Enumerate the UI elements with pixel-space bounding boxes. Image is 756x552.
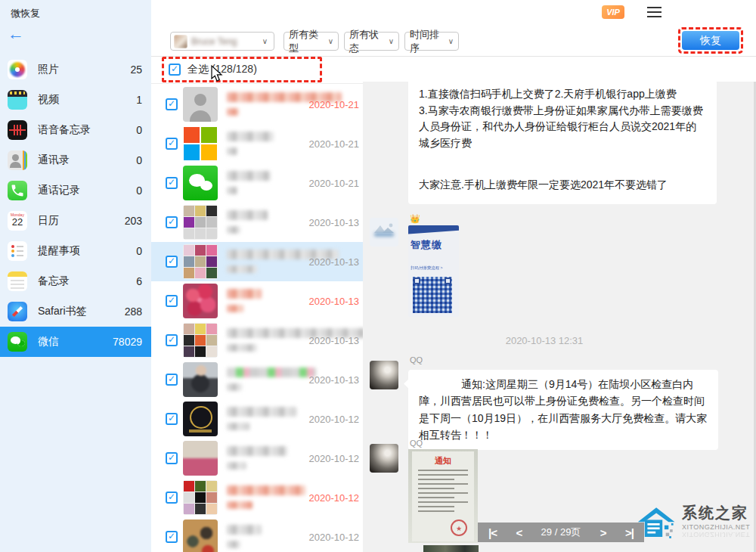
recover-highlight-box: 恢复 bbox=[678, 27, 743, 54]
row-checkbox[interactable] bbox=[166, 256, 178, 268]
conversation-row[interactable]: 2020-10-13 bbox=[151, 242, 363, 281]
message-text: 大家注意.手机上缴费年限一定要选2021年不要选错了 bbox=[419, 177, 706, 194]
row-title-redacted bbox=[227, 171, 271, 181]
conversation-row[interactable]: 2020-10-21 bbox=[151, 124, 363, 163]
sidebar-item-videos[interactable]: 视频 1 bbox=[0, 85, 151, 115]
select-all-highlight-box: 全选 (128/128) bbox=[162, 57, 322, 82]
message-text: 1.直接微信扫码手机上交费了2.天府手机银行app上缴费 bbox=[419, 86, 706, 103]
sender-avatar-placeholder bbox=[370, 218, 398, 247]
avatar bbox=[183, 166, 218, 200]
row-date: 2020-10-12 bbox=[309, 453, 360, 464]
prev-page-button[interactable]: < bbox=[516, 527, 522, 538]
row-date: 2020-10-13 bbox=[309, 335, 360, 346]
filter-status-label: 所有状态 bbox=[349, 28, 386, 55]
poster-headline: 智慧缴 bbox=[411, 238, 442, 252]
row-checkbox[interactable] bbox=[166, 531, 178, 543]
sidebar-item-count: 203 bbox=[125, 215, 142, 227]
select-all-checkbox[interactable] bbox=[169, 64, 181, 76]
row-date: 2020-10-12 bbox=[309, 492, 360, 504]
sidebar-item-label: 视频 bbox=[38, 93, 136, 107]
menu-hamburger-icon[interactable] bbox=[647, 7, 662, 20]
wechat-icon bbox=[8, 332, 27, 352]
row-checkbox[interactable] bbox=[166, 98, 178, 110]
select-all-label: 全选 (128/128) bbox=[187, 63, 257, 76]
row-date: 2020-10-21 bbox=[309, 99, 360, 110]
sidebar-item-phone[interactable]: 通话记录 0 bbox=[0, 175, 151, 206]
row-checkbox[interactable] bbox=[166, 295, 178, 307]
sidebar-item-voice[interactable]: 语音备忘录 0 bbox=[0, 115, 151, 145]
back-arrow-icon[interactable]: ← bbox=[8, 26, 24, 42]
sidebar-item-label: 备忘录 bbox=[38, 274, 136, 288]
conversation-row[interactable]: 2020-10-13 bbox=[151, 203, 363, 242]
sidebar-item-label: 语音备忘录 bbox=[38, 123, 136, 137]
sidebar-item-photos[interactable]: 照片 25 bbox=[0, 54, 151, 85]
conversation-row[interactable]: 2020-10-21 bbox=[151, 163, 363, 203]
row-date: 2020-10-13 bbox=[309, 296, 360, 307]
row-checkbox[interactable] bbox=[166, 374, 178, 386]
filter-type-dropdown[interactable]: 所有类型 ∨ bbox=[284, 32, 339, 51]
row-date: 2020-10-13 bbox=[309, 217, 360, 228]
row-subtitle-redacted bbox=[227, 462, 246, 470]
message-text: 通知:这周星期三（9月14号）在陆坝小区检查白内障，川西营居民也可以带上身份证免… bbox=[419, 378, 707, 441]
recover-button[interactable]: 恢复 bbox=[682, 31, 739, 50]
sidebar-item-label: Safari书签 bbox=[38, 305, 125, 318]
sidebar-item-label: 通话记录 bbox=[38, 184, 136, 197]
conversation-row[interactable]: 2020-10-21 bbox=[151, 85, 363, 124]
row-checkbox[interactable] bbox=[166, 492, 178, 504]
row-date: 2020-10-13 bbox=[309, 374, 360, 386]
conversation-row[interactable]: 2020-10-13 bbox=[151, 281, 363, 321]
row-checkbox[interactable] bbox=[166, 334, 178, 346]
image-message-poster[interactable]: 智慧缴 扫码付缴费流程 > bbox=[408, 225, 459, 317]
row-checkbox[interactable] bbox=[166, 413, 178, 425]
sidebar-item-contacts[interactable]: 通讯录 0 bbox=[0, 145, 151, 175]
reminders-icon bbox=[8, 241, 27, 261]
sidebar-item-remind[interactable]: 提醒事项 0 bbox=[0, 236, 151, 266]
chat-detail-panel: 1.直接微信扫码手机上交费了2.天府手机银行app上缴费 3.马家寺农商银行缴费… bbox=[363, 57, 756, 552]
videos-icon bbox=[8, 90, 27, 110]
photos-icon bbox=[8, 60, 27, 79]
conversation-row[interactable]: 2020-10-13 bbox=[151, 360, 363, 399]
image-message-notice[interactable]: 通知 ★ bbox=[408, 449, 478, 543]
first-page-button[interactable]: |< bbox=[488, 527, 497, 538]
conversation-row[interactable]: 2020-10-12 bbox=[151, 478, 363, 517]
last-page-button[interactable]: >| bbox=[625, 527, 634, 538]
notice-paper: 通知 ★ bbox=[412, 451, 474, 541]
row-date: 2020-10-12 bbox=[309, 414, 360, 425]
contacts-icon bbox=[8, 150, 27, 170]
account-select-dropdown[interactable]: Bruce Teng ∨ bbox=[170, 32, 274, 51]
account-name: Bruce Teng bbox=[191, 36, 259, 47]
conversation-row[interactable]: 2020-10-12 bbox=[151, 439, 363, 478]
row-checkbox[interactable] bbox=[166, 216, 178, 228]
chevron-down-icon: ∨ bbox=[262, 37, 268, 45]
conversation-row[interactable]: 2020-10-12 bbox=[151, 399, 363, 439]
row-subtitle-redacted bbox=[227, 226, 240, 234]
sort-time-dropdown[interactable]: 时间排序 ∨ bbox=[404, 32, 459, 51]
sidebar-item-notes[interactable]: 备忘录 6 bbox=[0, 266, 151, 296]
row-checkbox[interactable] bbox=[166, 138, 178, 150]
sidebar-item-safari[interactable]: Safari书签 288 bbox=[0, 296, 151, 327]
watermark-reflection: XITONGZHIJIA.NET bbox=[682, 531, 750, 538]
avatar-caption-redacted bbox=[374, 232, 394, 237]
filter-status-dropdown[interactable]: 所有状态 ∨ bbox=[344, 32, 399, 51]
avatar bbox=[183, 87, 218, 122]
row-date: 2020-10-12 bbox=[309, 532, 360, 543]
sidebar: 微恢复 ← 照片 25 视频 1 语音备忘录 0 通讯录 0 通话记录 0 bbox=[0, 0, 151, 552]
vip-badge[interactable]: VIP bbox=[602, 5, 624, 19]
chevron-down-icon: ∨ bbox=[448, 37, 454, 45]
topbar: Bruce Teng ∨ 所有类型 ∨ 所有状态 ∨ 时间排序 ∨ VIP × … bbox=[151, 0, 756, 57]
avatar bbox=[183, 362, 218, 397]
next-page-button[interactable]: > bbox=[600, 527, 606, 538]
conversation-row[interactable]: 2020-10-12 bbox=[151, 517, 363, 552]
row-date: 2020-10-21 bbox=[309, 178, 360, 189]
sidebar-item-count: 0 bbox=[136, 154, 142, 166]
conversation-list: 全选 (128/128) 2020-10-21 2020-10-21 2020-… bbox=[151, 57, 363, 552]
sidebar-item-cal[interactable]: Monday22 日历 203 bbox=[0, 206, 151, 236]
sidebar-item-label: 提醒事项 bbox=[38, 244, 136, 258]
row-title-redacted bbox=[227, 446, 287, 456]
conversation-row[interactable]: 2020-10-13 bbox=[151, 321, 363, 360]
avatar bbox=[183, 441, 218, 476]
row-checkbox[interactable] bbox=[166, 452, 178, 464]
sidebar-item-wechat[interactable]: 微信 78029 bbox=[0, 327, 151, 357]
poster-subline: 扫码付缴费流程 > bbox=[411, 265, 443, 271]
row-checkbox[interactable] bbox=[166, 177, 178, 189]
